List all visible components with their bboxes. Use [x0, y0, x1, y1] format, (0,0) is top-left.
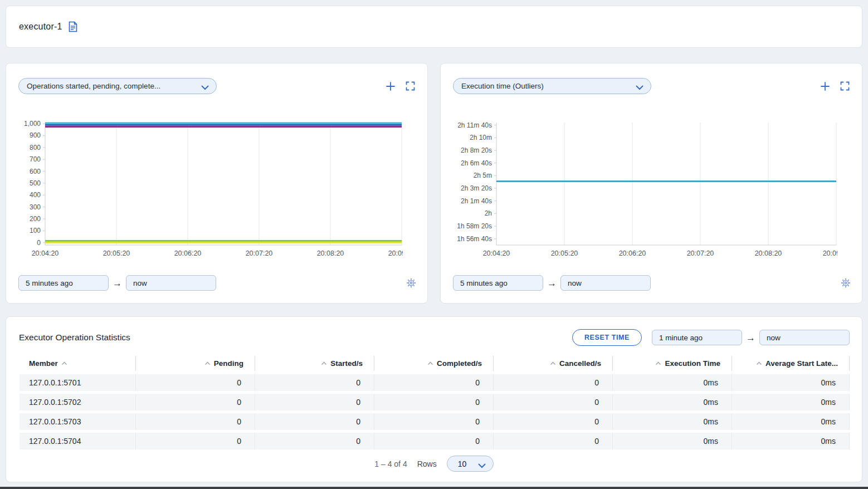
value-cell: 0 [493, 413, 612, 430]
svg-text:1h 58m 20s: 1h 58m 20s [457, 222, 492, 230]
table-row[interactable]: 127.0.0.1:570400000ms0ms [19, 433, 850, 449]
stats-time-from-input[interactable] [652, 330, 742, 345]
svg-text:600: 600 [30, 168, 41, 175]
table-row[interactable]: 127.0.0.1:570300000ms0ms [19, 413, 850, 430]
value-cell: 0 [493, 394, 612, 410]
svg-text:2h 1m 40s: 2h 1m 40s [461, 197, 492, 205]
add-chart-button[interactable] [820, 81, 830, 91]
value-cell: 0 [493, 374, 612, 391]
line-chart-execution-time: 1h 56m 40s1h 58m 20s2h2h 1m 40s2h 3m 20s… [444, 119, 837, 261]
svg-text:20:09:20: 20:09:20 [823, 250, 837, 257]
svg-text:200: 200 [30, 215, 41, 223]
svg-text:2h 5m: 2h 5m [474, 172, 492, 179]
value-cell: 0 [135, 433, 255, 449]
member-cell: 127.0.0.1:5703 [19, 413, 135, 430]
value-cell: 0ms [732, 413, 850, 430]
metric-select[interactable]: Execution time (Outliers) [453, 78, 651, 94]
settings-gear-icon[interactable] [406, 278, 416, 288]
stats-time-to-input[interactable] [759, 330, 850, 345]
reset-time-button[interactable]: RESET TIME [572, 329, 642, 346]
member-cell: 127.0.0.1:5701 [19, 374, 135, 391]
column-header-average-start-late[interactable]: Average Start Late... [732, 356, 850, 371]
svg-text:2h 6m 40s: 2h 6m 40s [461, 159, 492, 167]
svg-text:20:08:20: 20:08:20 [755, 250, 782, 257]
rows-per-page-select[interactable]: 10 [447, 456, 494, 472]
fullscreen-button[interactable] [840, 81, 850, 91]
value-cell: 0 [135, 394, 255, 410]
value-cell: 0 [374, 394, 493, 410]
svg-text:0: 0 [37, 239, 41, 247]
sort-caret-icon [204, 361, 211, 365]
fullscreen-button[interactable] [406, 81, 415, 91]
svg-text:20:07:20: 20:07:20 [687, 250, 714, 257]
chevron-down-icon [636, 84, 643, 92]
svg-text:20:08:20: 20:08:20 [317, 250, 344, 257]
value-cell: 0 [374, 413, 493, 430]
executor-statistics-card: Executor Operation Statistics RESET TIME… [6, 316, 862, 482]
arrow-right-icon: → [547, 278, 557, 288]
column-header-member[interactable]: Member [19, 356, 135, 371]
column-header-label: Average Start Late... [765, 359, 838, 368]
table-row[interactable]: 127.0.0.1:570100000ms0ms [19, 374, 850, 391]
svg-text:100: 100 [30, 227, 41, 234]
svg-text:2h 11m 40s: 2h 11m 40s [457, 121, 492, 129]
svg-text:2h 3m 20s: 2h 3m 20s [461, 184, 492, 192]
value-cell: 0 [255, 394, 374, 410]
document-icon[interactable] [68, 21, 78, 32]
chevron-down-icon [201, 84, 209, 92]
time-to-input[interactable] [126, 275, 216, 291]
value-cell: 0ms [732, 394, 850, 410]
member-cell: 127.0.0.1:5702 [19, 394, 135, 410]
line-chart-operations: 01002003004005006007008009001,00020:04:2… [9, 119, 403, 261]
svg-text:300: 300 [30, 203, 41, 211]
svg-text:20:06:20: 20:06:20 [619, 250, 646, 257]
value-cell: 0 [255, 374, 374, 391]
settings-gear-icon[interactable] [841, 278, 851, 288]
table-body: 127.0.0.1:570100000ms0ms127.0.0.1:570200… [19, 374, 850, 452]
value-cell: 0 [493, 433, 612, 449]
table-row[interactable]: 127.0.0.1:570200000ms0ms [19, 394, 850, 410]
value-cell: 0ms [612, 433, 732, 449]
svg-text:400: 400 [30, 191, 41, 199]
value-cell: 0ms [612, 374, 732, 391]
chart-panel-operations: Operations started, pending, complete...… [6, 63, 428, 304]
svg-text:20:05:20: 20:05:20 [103, 250, 130, 257]
rows-per-page-value: 10 [458, 459, 467, 468]
value-cell: 0 [135, 374, 255, 391]
column-header-label: Execution Time [665, 359, 720, 368]
value-cell: 0ms [732, 433, 850, 449]
add-chart-button[interactable] [386, 81, 396, 91]
svg-text:20:09:20: 20:09:20 [388, 250, 403, 257]
time-from-input[interactable] [453, 275, 543, 291]
svg-text:900: 900 [30, 131, 41, 139]
sort-caret-icon [427, 361, 433, 365]
pagination-range: 1 – 4 of 4 [374, 459, 407, 468]
column-header-cancelled-s[interactable]: Cancelled/s [493, 356, 612, 371]
chart-panel-execution-time: Execution time (Outliers) 1h 56m 40s1h 5… [440, 63, 862, 304]
arrow-right-icon: → [113, 278, 122, 288]
column-header-execution-time[interactable]: Execution Time [612, 356, 732, 371]
svg-text:20:04:20: 20:04:20 [483, 250, 510, 257]
svg-text:2h 8m 20s: 2h 8m 20s [461, 146, 492, 154]
column-header-label: Member [29, 359, 58, 368]
pagination: 1 – 4 of 4 Rows 10 [6, 456, 862, 472]
svg-text:2h 10m: 2h 10m [470, 134, 492, 141]
value-cell: 0ms [612, 413, 732, 430]
time-from-input[interactable] [18, 275, 109, 291]
column-header-pending[interactable]: Pending [135, 356, 255, 371]
value-cell: 0 [255, 433, 374, 449]
value-cell: 0ms [732, 374, 850, 391]
column-header-started-s[interactable]: Started/s [255, 356, 374, 371]
column-header-completed-s[interactable]: Completed/s [374, 356, 493, 371]
column-header-label: Pending [214, 359, 243, 368]
svg-text:20:05:20: 20:05:20 [551, 250, 578, 257]
sort-caret-icon [321, 361, 327, 365]
svg-text:20:06:20: 20:06:20 [174, 250, 202, 257]
column-header-label: Started/s [330, 359, 363, 368]
arrow-right-icon: → [746, 333, 755, 343]
svg-text:700: 700 [30, 155, 41, 163]
time-to-input[interactable] [560, 275, 651, 291]
svg-text:2h: 2h [485, 209, 492, 217]
value-cell: 0 [255, 413, 374, 430]
metric-select[interactable]: Operations started, pending, complete... [18, 78, 217, 94]
